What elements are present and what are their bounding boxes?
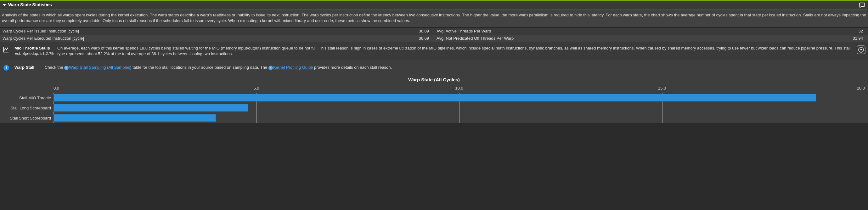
metric-value: 31.94 xyxy=(816,35,868,42)
info-row: i Warp Stall Check the ≡Warp Stall Sampl… xyxy=(0,60,868,73)
table-row: Warp Cycles Per Issued Instruction [cycl… xyxy=(0,27,868,35)
x-tick: 20.0 xyxy=(857,85,865,91)
section-description: Analysis of the states in which all warp… xyxy=(0,9,868,27)
bar-row xyxy=(54,103,865,113)
table-row: Warp Cycles Per Executed Instruction [cy… xyxy=(0,35,868,42)
link-badge-icon: ≡ xyxy=(64,65,69,70)
link-badge-icon: ≡ xyxy=(269,65,273,70)
metric-label: Avg. Active Threads Per Warp xyxy=(434,27,816,35)
metrics-table: Warp Cycles Per Issued Instruction [cycl… xyxy=(0,27,868,42)
bar xyxy=(54,114,216,122)
metric-label: Avg. Not Predicated Off Threads Per Warp xyxy=(434,35,816,42)
info-icon: i xyxy=(2,65,10,71)
y-category-label: Stall Long Scoreboard xyxy=(3,103,51,113)
section-title: Warp State Statistics xyxy=(8,2,52,8)
x-tick: 5.0 xyxy=(253,85,259,91)
metric-value: 32 xyxy=(816,27,868,35)
y-category-label: Stall Short Scoreboard xyxy=(3,113,51,123)
x-tick: 15.0 xyxy=(658,85,666,91)
y-category-label: Stall MIO Throttle xyxy=(3,93,51,103)
metric-label: Warp Cycles Per Executed Instruction [cy… xyxy=(0,35,382,42)
kernel-profiling-guide-link[interactable]: Kernel Profiling Guide xyxy=(273,65,313,70)
chart-title: Warp State (All Cycles) xyxy=(3,75,865,85)
bar xyxy=(54,104,248,112)
metric-value: 36.09 xyxy=(382,35,434,42)
comment-icon[interactable] xyxy=(859,2,866,8)
warp-state-chart: Warp State (All Cycles) Stall MIO Thrott… xyxy=(0,73,868,123)
chart-line-icon xyxy=(2,45,10,53)
section-header[interactable]: Warp State Statistics xyxy=(0,1,868,9)
advice-speedup: Est. Speedup: 51.27% xyxy=(14,51,54,57)
bar-row xyxy=(54,113,865,123)
expand-dropdown-button[interactable] xyxy=(857,45,866,54)
advice-row: Mio Throttle Stalls Est. Speedup: 51.27%… xyxy=(0,42,868,60)
bar-row xyxy=(54,93,865,103)
info-label: Warp Stall xyxy=(10,64,45,70)
advice-title: Mio Throttle Stalls xyxy=(14,45,54,51)
bar xyxy=(54,94,816,102)
warp-stall-sampling-link[interactable]: Warp Stall Sampling (All Samples) xyxy=(69,65,131,70)
info-body: Check the ≡Warp Stall Sampling (All Samp… xyxy=(45,64,866,70)
x-tick: 0.0 xyxy=(54,85,59,91)
advice-body: On average, each warp of this kernel spe… xyxy=(57,45,854,57)
x-tick: 10.0 xyxy=(455,85,463,91)
metric-value: 36.09 xyxy=(382,27,434,35)
collapse-icon xyxy=(2,3,6,7)
metric-label: Warp Cycles Per Issued Instruction [cycl… xyxy=(0,27,382,35)
